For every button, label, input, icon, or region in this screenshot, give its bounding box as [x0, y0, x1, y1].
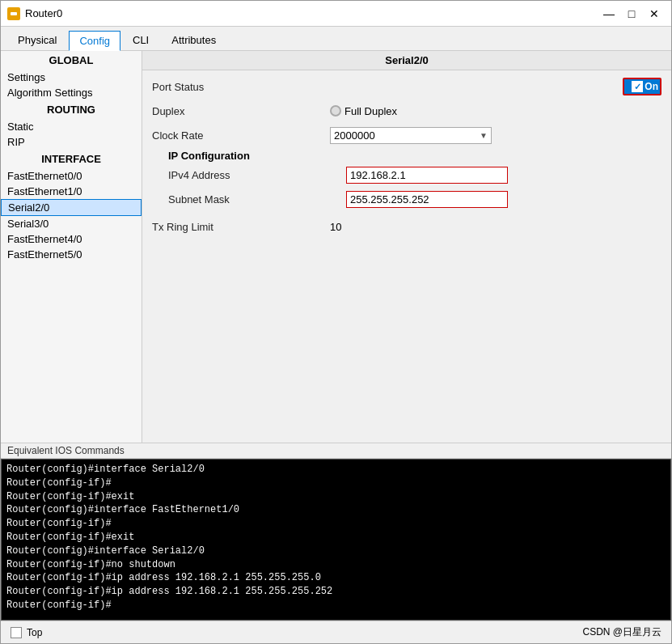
toggle-box[interactable]: On	[623, 78, 661, 95]
tx-ring-label: Tx Ring Limit	[152, 221, 330, 233]
close-button[interactable]: ✕	[644, 5, 665, 23]
ipv4-label: IPv4 Address	[168, 169, 346, 181]
console-line-4: Router(config-if)#	[6, 517, 666, 531]
main-window: Router0 — □ ✕ Physical Config CLI Attrib…	[0, 0, 672, 644]
ipv4-row: IPv4 Address	[152, 165, 661, 184]
console-area[interactable]: Router(config)#interface Serial2/0 Route…	[1, 459, 671, 621]
minimize-button[interactable]: —	[598, 5, 619, 23]
sidebar-item-serial3-0[interactable]: Serial3/0	[1, 216, 142, 231]
sidebar-item-fastethernet5-0[interactable]: FastEthernet5/0	[1, 247, 142, 262]
top-checkbox[interactable]	[11, 627, 22, 638]
ipv4-value	[346, 167, 661, 184]
panel-title: Serial2/0	[142, 51, 671, 70]
console-line-6: Router(config)#interface Serial2/0	[6, 544, 666, 558]
console-line-7: Router(config-if)#no shutdown	[6, 558, 666, 572]
form-area: Port Status On Duplex	[142, 70, 671, 248]
clock-rate-value: 2000000 ▼	[330, 127, 661, 144]
sidebar-item-settings[interactable]: Settings	[1, 70, 142, 85]
title-bar-controls: — □ ✕	[598, 5, 665, 23]
main-content: GLOBAL Settings Algorithm Settings ROUTI…	[1, 51, 671, 643]
bottom-panel: Equivalent IOS Commands Router(config)#i…	[1, 443, 671, 621]
console-line-8: Router(config-if)#ip address 192.168.2.1…	[6, 571, 666, 585]
tx-ring-value: 10	[330, 221, 661, 233]
tab-config[interactable]: Config	[69, 31, 120, 51]
router-icon	[7, 7, 20, 20]
tab-cli[interactable]: CLI	[122, 30, 159, 50]
sidebar-item-rip[interactable]: RIP	[1, 134, 142, 150]
duplex-radio[interactable]	[330, 105, 341, 117]
sidebar-item-static[interactable]: Static	[1, 119, 142, 134]
duplex-value: Full Duplex	[330, 105, 661, 117]
duplex-label: Duplex	[152, 105, 330, 117]
sidebar-item-serial2-0[interactable]: Serial2/0	[1, 199, 142, 216]
console-line-0: Router(config)#interface Serial2/0	[6, 463, 666, 477]
port-status-row: Port Status On	[152, 77, 661, 96]
sidebar-item-fastethernet0-0[interactable]: FastEthernet0/0	[1, 168, 142, 184]
duplex-text: Full Duplex	[344, 105, 397, 117]
toggle-label: On	[645, 81, 658, 92]
brand-label: CSDN @日星月云	[582, 625, 661, 639]
console-line-2: Router(config-if)#exit	[6, 490, 666, 504]
duplex-row: Duplex Full Duplex	[152, 101, 661, 121]
global-header: GLOBAL	[1, 51, 142, 70]
checkmark-icon	[632, 81, 643, 92]
top-label: Top	[27, 627, 42, 638]
sidebar-item-fastethernet4-0[interactable]: FastEthernet4/0	[1, 231, 142, 247]
maximize-button[interactable]: □	[621, 5, 642, 23]
top-section: GLOBAL Settings Algorithm Settings ROUTI…	[1, 51, 671, 443]
console-header: Equivalent IOS Commands	[1, 443, 671, 459]
sidebar: GLOBAL Settings Algorithm Settings ROUTI…	[1, 51, 142, 443]
console-line-1: Router(config-if)#	[6, 477, 666, 490]
status-bar-left: Top	[11, 627, 42, 638]
tab-bar: Physical Config CLI Attributes	[1, 27, 671, 51]
subnet-label: Subnet Mask	[168, 193, 346, 205]
ipv4-input[interactable]	[346, 167, 508, 184]
subnet-input[interactable]	[346, 191, 508, 208]
console-line-5: Router(config-if)#exit	[6, 531, 666, 544]
clock-rate-select[interactable]: 2000000 ▼	[330, 127, 492, 144]
title-bar-left: Router0	[7, 7, 62, 20]
svg-rect-1	[11, 12, 17, 15]
clock-rate-row: Clock Rate 2000000 ▼	[152, 125, 661, 145]
port-status-label: Port Status	[152, 81, 330, 93]
console-line-9: Router(config-if)#ip address 192.168.2.1…	[6, 585, 666, 599]
subnet-row: Subnet Mask	[152, 189, 661, 209]
right-panel: Serial2/0 Port Status On	[142, 51, 671, 443]
interface-header: INTERFACE	[1, 150, 142, 168]
sidebar-item-algorithm-settings[interactable]: Algorithm Settings	[1, 85, 142, 100]
subnet-value	[346, 191, 661, 208]
console-line-10: Router(config-if)#	[6, 599, 666, 612]
status-bar: Top CSDN @日星月云	[1, 621, 671, 643]
console-line-3: Router(config)#interface FastEthernet1/0	[6, 503, 666, 517]
window-title: Router0	[25, 7, 62, 19]
title-bar: Router0 — □ ✕	[1, 1, 671, 27]
tab-attributes[interactable]: Attributes	[161, 30, 226, 50]
sidebar-item-fastethernet1-0[interactable]: FastEthernet1/0	[1, 184, 142, 199]
clock-rate-arrow: ▼	[480, 131, 488, 140]
ip-config-label: IP Configuration	[152, 150, 661, 162]
tx-ring-row: Tx Ring Limit 10	[152, 217, 661, 236]
routing-header: ROUTING	[1, 100, 142, 119]
tab-physical[interactable]: Physical	[7, 30, 67, 50]
clock-rate-label: Clock Rate	[152, 129, 330, 142]
status-toggle[interactable]: On	[623, 78, 661, 95]
